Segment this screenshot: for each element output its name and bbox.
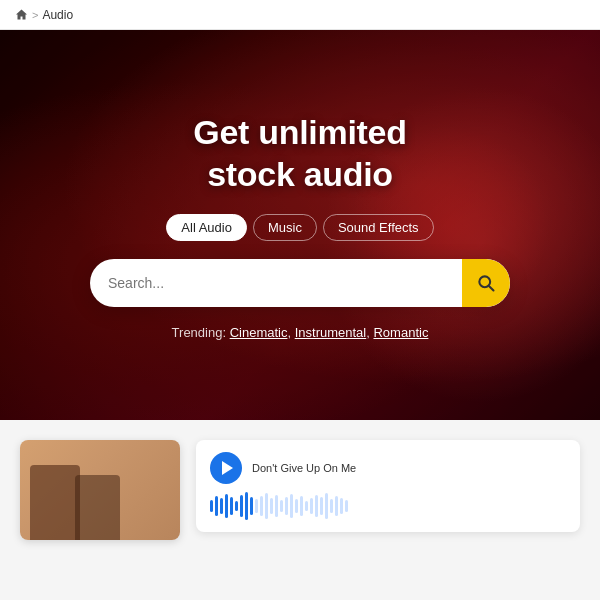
search-bar — [90, 259, 510, 307]
player-top: Don't Give Up On Me — [210, 452, 566, 484]
hero-tabs: All Audio Music Sound Effects — [166, 214, 433, 241]
waveform-bar — [315, 495, 318, 517]
trending-instrumental[interactable]: Instrumental — [295, 325, 367, 340]
waveform-bar — [340, 498, 343, 514]
trending-cinematic[interactable]: Cinematic — [230, 325, 288, 340]
waveform-bar — [310, 498, 313, 514]
waveform-bar — [245, 492, 248, 520]
hero-title: Get unlimited stock audio — [193, 111, 406, 196]
waveform-bar — [215, 496, 218, 516]
waveform-bar — [275, 495, 278, 517]
tab-sound-effects[interactable]: Sound Effects — [323, 214, 434, 241]
player-track-title: Don't Give Up On Me — [252, 461, 566, 475]
play-button[interactable] — [210, 452, 242, 484]
waveform-bar — [295, 499, 298, 513]
waveform-bar — [230, 497, 233, 515]
waveform-bar — [260, 496, 263, 516]
waveform-bar — [320, 497, 323, 515]
player-title-area: Don't Give Up On Me — [252, 461, 566, 475]
waveform-bar — [225, 494, 228, 518]
waveform-bar — [280, 500, 283, 512]
waveform-bar — [335, 496, 338, 516]
trending-romantic[interactable]: Romantic — [373, 325, 428, 340]
tab-all-audio[interactable]: All Audio — [166, 214, 247, 241]
waveform-bar — [250, 497, 253, 515]
search-input[interactable] — [90, 263, 462, 303]
svg-line-1 — [489, 285, 494, 290]
waveform-bar — [270, 498, 273, 514]
waveform-bar — [285, 497, 288, 515]
waveform-bar — [290, 494, 293, 518]
waveform-bar — [255, 499, 258, 513]
waveform-bar — [235, 501, 238, 511]
waveform-bar — [240, 495, 243, 517]
breadcrumb-separator: > — [32, 9, 38, 21]
hero-content: Get unlimited stock audio All Audio Musi… — [90, 111, 510, 340]
waveform-bar — [210, 500, 213, 512]
play-icon — [222, 461, 233, 475]
breadcrumb-bar: > Audio — [0, 0, 600, 30]
hero-section: Get unlimited stock audio All Audio Musi… — [0, 30, 600, 420]
waveform-bar — [345, 500, 348, 512]
home-icon[interactable] — [14, 8, 28, 22]
waveform[interactable] — [210, 492, 566, 520]
waveform-bar — [265, 493, 268, 519]
search-icon — [476, 273, 496, 293]
waveform-bar — [330, 499, 333, 513]
waveform-bar — [300, 496, 303, 516]
search-button[interactable] — [462, 259, 510, 307]
tab-music[interactable]: Music — [253, 214, 317, 241]
audio-player-card: Don't Give Up On Me — [196, 440, 580, 532]
trending-bar: Trending: Cinematic, Instrumental, Roman… — [172, 325, 429, 340]
breadcrumb-current: Audio — [42, 8, 73, 22]
below-hero-section: Don't Give Up On Me — [0, 420, 600, 540]
video-thumbnail[interactable] — [20, 440, 180, 540]
trending-label: Trending: — [172, 325, 226, 340]
waveform-bar — [325, 493, 328, 519]
waveform-bar — [220, 498, 223, 514]
waveform-bar — [305, 501, 308, 511]
